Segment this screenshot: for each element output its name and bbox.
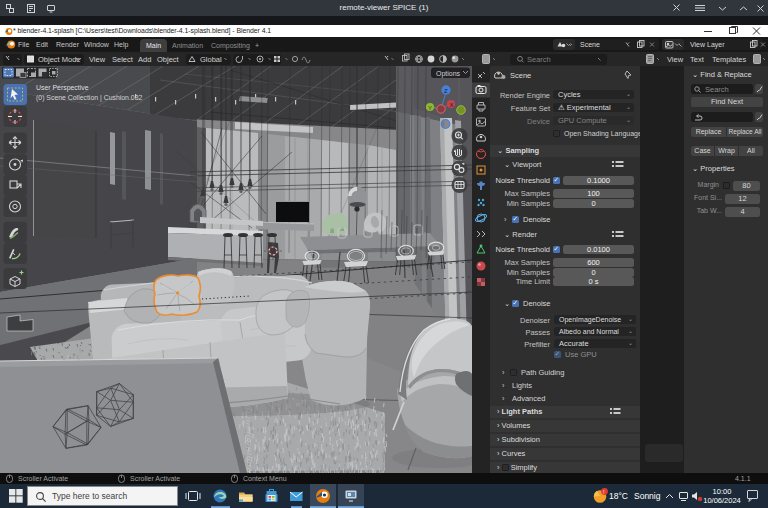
svg-text:User Perspective: User Perspective xyxy=(36,84,89,92)
svg-text:!: ! xyxy=(603,489,604,495)
svg-text:(0) Scene Collection | Cushion: (0) Scene Collection | Cushion.032 xyxy=(36,94,143,102)
svg-text:Y: Y xyxy=(428,105,432,111)
svg-text:Options: Options xyxy=(436,70,461,78)
svg-text:X: X xyxy=(450,102,454,108)
svg-text:Z: Z xyxy=(444,88,448,94)
